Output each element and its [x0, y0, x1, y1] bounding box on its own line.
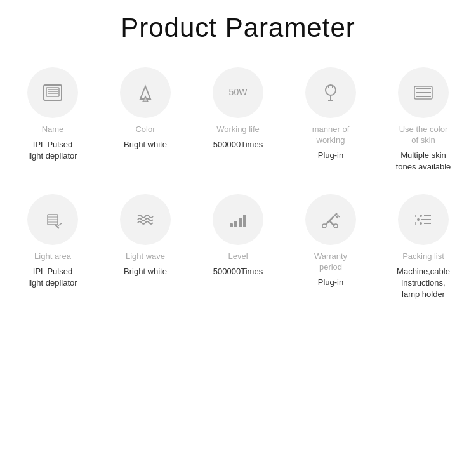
color-icon-circle [120, 67, 171, 118]
manner-icon-circle [305, 67, 356, 118]
param-working-life: 50W Working life 500000Times [192, 62, 284, 178]
name-icon-circle [27, 67, 78, 118]
svg-point-34 [420, 215, 422, 217]
params-grid: Name IPL Pulsedlight depilator Color Bri… [6, 62, 470, 306]
param-level: Level 500000Times [192, 189, 284, 305]
param-packing: Packing list Machine,cableinstructions,l… [377, 189, 470, 305]
light-area-icon [39, 206, 67, 234]
svg-rect-1 [46, 88, 59, 96]
svg-rect-23 [230, 223, 233, 227]
svg-rect-24 [234, 221, 237, 227]
manner-label: manner ofworking [312, 124, 350, 146]
skin-color-label: Use the colorof skin [399, 124, 448, 146]
wrench-icon [317, 206, 345, 234]
param-light-area: Light area IPL Pulsedlight depilator [6, 189, 99, 305]
light-wave-icon-circle [120, 194, 171, 245]
svg-line-22 [58, 223, 62, 226]
name-value: IPL Pulsedlight depilator [28, 139, 77, 162]
skin-color-icon-circle [398, 67, 449, 118]
svg-rect-25 [239, 218, 242, 227]
warranty-label: Warrantyperiod [314, 251, 347, 273]
packing-value: Machine,cableinstructions,lamp holder [397, 266, 450, 301]
packing-label: Packing list [402, 251, 444, 262]
page: Product Parameter Name IPL Pulsedlight d… [0, 0, 476, 476]
svg-point-28 [322, 224, 326, 228]
list-icon [409, 206, 437, 234]
level-label: Level [228, 251, 248, 262]
color-label: Color [135, 124, 155, 135]
light-wave-label: Light wave [126, 251, 165, 262]
color-value: Bright white [124, 139, 167, 150]
light-area-icon-circle [27, 194, 78, 245]
row-divider [6, 178, 470, 189]
manner-value: Plug-in [318, 150, 343, 161]
skin-icon [409, 79, 437, 107]
light-area-value: IPL Pulsedlight depilator [28, 266, 77, 289]
param-light-wave: Light wave Bright white [99, 189, 192, 305]
working-life-label: Working life [216, 124, 260, 135]
device-icon [39, 79, 67, 107]
param-warranty: Warrantyperiod Plug-in [284, 189, 377, 305]
skin-color-value: Multiple skintones available [396, 150, 451, 173]
svg-text:50W: 50W [229, 87, 248, 97]
svg-rect-26 [243, 215, 246, 227]
level-value: 500000Times [213, 266, 263, 277]
param-manner: manner ofworking Plug-in [284, 62, 377, 178]
50w-icon: 50W [224, 79, 252, 107]
packing-icon-circle [398, 194, 449, 245]
svg-point-38 [420, 222, 422, 225]
paint-icon [131, 79, 159, 107]
name-label: Name [42, 124, 64, 135]
warranty-icon-circle [305, 194, 356, 245]
svg-point-8 [326, 85, 336, 95]
plug-icon [317, 79, 345, 107]
bars-icon [224, 206, 252, 234]
param-skin-color: Use the colorof skin Multiple skintones … [377, 62, 470, 178]
param-name: Name IPL Pulsedlight depilator [6, 62, 99, 178]
light-wave-value: Bright white [124, 266, 167, 277]
working-life-icon-circle: 50W [213, 67, 263, 118]
page-title: Product Parameter [6, 13, 470, 43]
level-icon-circle [213, 194, 263, 245]
svg-marker-6 [143, 96, 148, 102]
warranty-value: Plug-in [318, 277, 343, 288]
working-life-value: 500000Times [213, 139, 263, 150]
param-color: Color Bright white [99, 62, 192, 178]
light-area-label: Light area [34, 251, 71, 262]
wave-icon [131, 206, 159, 234]
